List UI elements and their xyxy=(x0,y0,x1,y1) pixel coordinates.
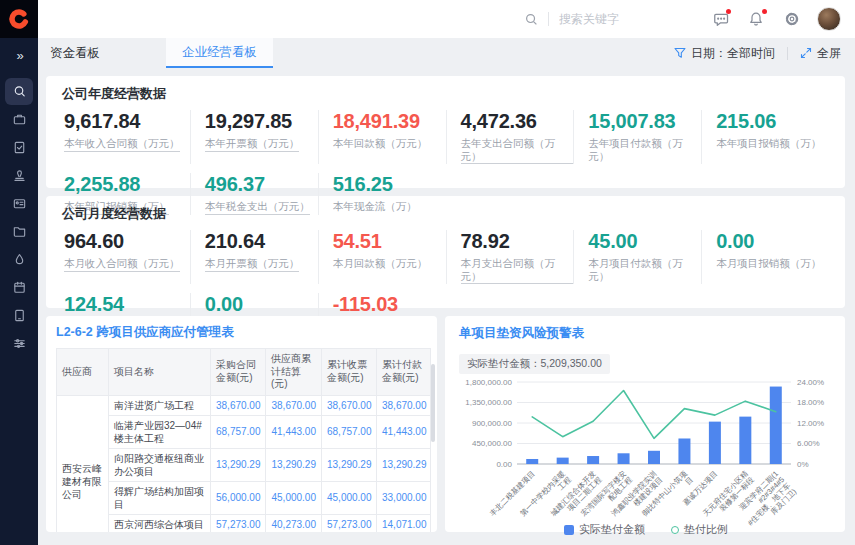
tab-enterprise-board[interactable]: 企业经营看板 xyxy=(166,38,273,68)
ratio-line[interactable] xyxy=(532,391,776,439)
annual-kpi: 4,472.36去年支出合同额（万元） xyxy=(446,110,574,164)
messages-button[interactable] xyxy=(711,10,729,28)
left-axis-tick: 1,800,000.00 xyxy=(465,378,512,387)
gear-icon xyxy=(784,11,800,27)
kpi-label[interactable]: 本月支出合同额（万元） xyxy=(461,257,574,284)
bar-7[interactable] xyxy=(739,417,751,464)
left-axis-tick: 450,000.00 xyxy=(472,439,513,448)
right-axis-tick: 0% xyxy=(797,460,809,469)
amount-cell[interactable]: 13,290.29 xyxy=(322,448,377,481)
date-filter-label: 日期：全部时间 xyxy=(691,45,775,62)
tab-bar: 资金看板 企业经营看板 日期：全部时间 全屏 xyxy=(38,38,855,68)
table-row: 得辉广场结构加固项目56,000.0045,000.0045,000.0033,… xyxy=(57,481,431,514)
id-card-icon xyxy=(12,196,27,211)
supplier-payable-table: 供应商项目名称采购合同金额(元)供应商累计结算(元)累计收票金额(元)累计付款金… xyxy=(56,348,431,532)
settings-button[interactable] xyxy=(783,10,801,28)
user-avatar[interactable] xyxy=(817,7,841,31)
fullscreen-label: 全屏 xyxy=(817,45,841,62)
amount-cell[interactable]: 33,000.00 xyxy=(377,481,431,514)
right-axis-tick: 6.00% xyxy=(797,439,820,448)
kpi-value: 210.64 xyxy=(205,230,318,253)
sidebar-item-briefcase[interactable] xyxy=(5,106,33,133)
kpi-label[interactable]: 去年支出合同额（万元） xyxy=(461,137,574,164)
tablet-icon xyxy=(12,308,27,323)
table-column-header: 供应商 xyxy=(57,349,109,396)
sidebar-item-calendar[interactable] xyxy=(5,274,33,301)
amount-cell[interactable]: 56,000.00 xyxy=(211,481,266,514)
sidebar-item-document-check[interactable] xyxy=(5,134,33,161)
amount-cell[interactable]: 38,670.00 xyxy=(377,395,431,415)
bar-3[interactable] xyxy=(618,453,630,464)
tab-funds-board[interactable]: 资金看板 xyxy=(50,45,100,62)
global-search[interactable] xyxy=(524,12,647,27)
amount-cell[interactable]: 68,757.00 xyxy=(211,415,266,448)
fullscreen-button[interactable]: 全屏 xyxy=(800,45,841,62)
kpi-label[interactable]: 本月开票额（万元） xyxy=(205,257,300,272)
kpi-label[interactable]: 本年收入合同额（万元） xyxy=(64,137,180,152)
filter-funnel-icon xyxy=(674,47,686,59)
kpi-label[interactable]: 本年开票额（万元） xyxy=(205,137,300,152)
legend-item[interactable]: 实际垫付金额 xyxy=(564,522,645,537)
kpi-label: 去年项目付款额（万元） xyxy=(588,137,701,162)
risk-bar-line-chart[interactable]: 0.00450,000.00900,000.001,350,000.001,80… xyxy=(459,376,831,528)
sidebar-item-id-card[interactable] xyxy=(5,190,33,217)
amount-cell[interactable]: 68,757.00 xyxy=(322,415,377,448)
kpi-value: 516.25 xyxy=(333,173,446,196)
legend-item[interactable]: 垫付比例 xyxy=(671,522,728,537)
bar-2[interactable] xyxy=(587,456,599,464)
bar-1[interactable] xyxy=(557,458,569,464)
annual-panel-title: 公司年度经营数据 xyxy=(62,85,829,103)
left-axis-tick: 900,000.00 xyxy=(472,419,513,428)
sidebar-item-droplet[interactable] xyxy=(5,246,33,273)
right-axis-tick: 24.00% xyxy=(797,378,824,387)
monthly-kpi-panel: 公司月度经营数据 964.60本月收入合同额（万元）210.64本月开票额（万元… xyxy=(46,196,845,308)
bar-4[interactable] xyxy=(648,451,660,464)
bar-5[interactable] xyxy=(678,438,690,464)
amount-cell[interactable]: 13,290.29 xyxy=(377,448,431,481)
bar-0[interactable] xyxy=(526,459,538,464)
notifications-button[interactable] xyxy=(747,10,765,28)
sidebar-item-sliders[interactable] xyxy=(5,330,33,357)
table-row: 向阳路交通枢纽商业办公项目13,290.2913,290.2913,290.29… xyxy=(57,448,431,481)
amount-cell[interactable]: 57,273.00 xyxy=(211,514,266,532)
kpi-value: 0.00 xyxy=(205,293,318,316)
notification-dot xyxy=(762,9,767,14)
amount-cell[interactable]: 45,000.00 xyxy=(266,481,322,514)
table-column-header: 供应商累计结算(元) xyxy=(266,349,322,396)
kpi-label: 本年现金流（万） xyxy=(333,200,417,213)
kpi-label[interactable]: 本年税金支出（万元） xyxy=(205,200,310,215)
sidebar-item-folder[interactable] xyxy=(5,218,33,245)
table-column-header: 累计付款金额(元) xyxy=(377,349,431,396)
kpi-label[interactable]: 本月收入合同额（万元） xyxy=(64,257,180,272)
amount-cell[interactable]: 38,670.00 xyxy=(322,395,377,415)
bar-8[interactable] xyxy=(770,387,782,464)
project-name-cell: 向阳路交通枢纽商业办公项目 xyxy=(109,448,211,481)
amount-cell[interactable]: 38,670.00 xyxy=(266,395,322,415)
annual-kpi-panel: 公司年度经营数据 9,617.84本年收入合同额（万元）19,297.85本年开… xyxy=(46,76,845,188)
amount-cell[interactable]: 45,000.00 xyxy=(322,481,377,514)
amount-cell[interactable]: 13,290.29 xyxy=(211,448,266,481)
actual-advance-badge: 实际垫付金额：5,209,350.00 xyxy=(459,354,610,374)
sliders-icon xyxy=(12,336,27,351)
amount-cell[interactable]: 41,443.00 xyxy=(266,415,322,448)
kpi-value: 18,491.39 xyxy=(333,110,446,133)
amount-cell[interactable]: 41,443.00 xyxy=(377,415,431,448)
sidebar-item-search[interactable] xyxy=(5,78,33,105)
fullscreen-expand-icon xyxy=(800,47,812,59)
date-filter[interactable]: 日期：全部时间 xyxy=(674,45,775,62)
bar-6[interactable] xyxy=(709,422,721,464)
amount-cell[interactable]: 57,273.00 xyxy=(322,514,377,532)
amount-cell[interactable]: 14,071.00 xyxy=(377,514,431,532)
logo-c-icon xyxy=(8,8,30,30)
amount-cell[interactable]: 40,273.00 xyxy=(266,514,322,532)
sidebar-item-stamp[interactable] xyxy=(5,162,33,189)
legend-label: 垫付比例 xyxy=(684,522,728,537)
amount-cell[interactable]: 38,670.00 xyxy=(211,395,266,415)
sidebar-collapse-toggle[interactable]: » xyxy=(0,40,38,70)
briefcase-icon xyxy=(12,112,27,127)
search-input[interactable] xyxy=(559,12,647,26)
table-scrollbar-thumb[interactable] xyxy=(431,364,435,442)
supplier-table-title: L2-6-2 跨项目供应商应付管理表 xyxy=(56,324,431,341)
sidebar-item-tablet[interactable] xyxy=(5,302,33,329)
amount-cell[interactable]: 13,290.29 xyxy=(266,448,322,481)
